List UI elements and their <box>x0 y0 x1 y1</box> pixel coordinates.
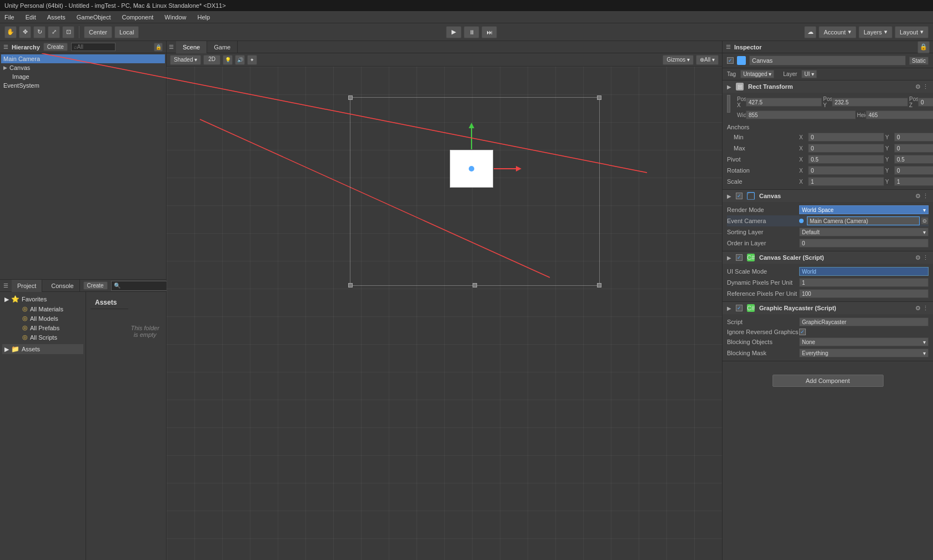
all-prefabs-item[interactable]: ◎ All Prefabs <box>13 323 83 332</box>
pos-x-input[interactable] <box>746 98 822 107</box>
render-mode-dropdown[interactable]: World Space ▾ <box>799 205 929 214</box>
graphic-raycaster-checkbox[interactable] <box>736 305 743 311</box>
canvas-scaler-menu-btn[interactable]: ⚙ ⋮ <box>915 254 929 261</box>
object-name-input[interactable] <box>749 56 906 65</box>
sorting-layer-dropdown[interactable]: Default ▾ <box>799 228 929 236</box>
scene-toolbar: Shaded ▾ 2D 💡 🔊 ✦ Gizmos ▾ ⊕All ▾ <box>167 53 722 67</box>
anchor-widget[interactable] <box>727 95 730 113</box>
canvas-comp-header[interactable]: ▶ ⬛ Canvas ⚙ ⋮ <box>723 190 933 202</box>
rect-transform-header[interactable]: ▶ ⊞ Rect Transform ⚙ ⋮ <box>723 80 933 93</box>
graphic-raycaster-header[interactable]: ▶ C# Graphic Raycaster (Script) ⚙ ⋮ <box>723 302 933 314</box>
event-camera-pick-btn[interactable]: ⊙ <box>921 217 929 225</box>
account-dropdown[interactable]: Account ▾ <box>819 26 856 38</box>
hierarchy-item-canvas[interactable]: ▶ Canvas <box>1 63 165 72</box>
rect-transform-menu-btn[interactable]: ⚙ ⋮ <box>915 83 929 90</box>
audio-btn[interactable]: 🔊 <box>235 55 245 65</box>
canvas-object <box>450 150 493 188</box>
hierarchy-item-main-camera[interactable]: Main Camera <box>1 54 165 63</box>
anchor-max-x[interactable] <box>808 144 884 153</box>
rot-x[interactable] <box>808 166 884 175</box>
order-in-layer-input[interactable] <box>799 239 929 248</box>
pivot-y[interactable] <box>894 155 933 164</box>
reference-pixels-input[interactable] <box>799 289 929 298</box>
blocking-mask-dropdown[interactable]: Everything ▾ <box>799 349 929 357</box>
hierarchy-create-btn[interactable]: Create <box>43 43 68 51</box>
menu-component[interactable]: Component <box>119 13 156 22</box>
blocking-objects-dropdown[interactable]: None ▾ <box>799 337 929 346</box>
canvas-scaler-header[interactable]: ▶ C# Canvas Scaler (Script) ⚙ ⋮ <box>723 251 933 264</box>
posz-label: Pos Z <box>909 96 917 108</box>
layout-dropdown[interactable]: Layout ▾ <box>895 26 929 38</box>
pivot-x[interactable] <box>808 155 884 164</box>
menu-edit[interactable]: Edit <box>23 13 38 22</box>
rt-top-row: Pos X Pos Y Pos Z <box>727 95 929 120</box>
lights-btn[interactable]: 💡 <box>223 55 233 65</box>
anchor-min-x[interactable] <box>808 133 884 142</box>
menu-file[interactable]: File <box>2 13 17 22</box>
pos-z-input[interactable] <box>918 98 933 107</box>
all-materials-item[interactable]: ◎ All Materials <box>13 304 83 314</box>
all-tag-dropdown[interactable]: ⊕All ▾ <box>696 55 719 65</box>
play-btn[interactable]: ▶ <box>446 26 462 38</box>
assets-folder[interactable]: ▶ 📁 Assets <box>2 344 83 354</box>
event-camera-label: Event Camera <box>727 218 799 224</box>
static-badge[interactable]: Static <box>909 57 929 65</box>
hierarchy-search[interactable] <box>71 43 116 51</box>
dynamic-pixels-input[interactable] <box>799 278 929 287</box>
all-models-item[interactable]: ◎ All Models <box>13 314 83 323</box>
gizmos-dropdown[interactable]: Gizmos ▾ <box>663 55 694 65</box>
tab-console[interactable]: Console <box>46 280 79 292</box>
inspector-lock-btn[interactable]: 🔒 <box>917 41 930 53</box>
menu-gameobject[interactable]: GameObject <box>74 13 113 22</box>
all-scripts-item[interactable]: ◎ All Scripts <box>13 332 83 342</box>
render-mode-label: Render Mode <box>727 206 799 213</box>
favorites-folder[interactable]: ▶ ⭐ Favorites <box>2 294 83 304</box>
scale-x[interactable] <box>808 177 884 186</box>
local-btn[interactable]: Local <box>114 26 139 38</box>
pause-btn[interactable]: ⏸ <box>464 26 479 38</box>
tag-select[interactable]: Untagged ▾ <box>740 70 774 78</box>
hierarchy-item-image[interactable]: Image <box>1 72 165 81</box>
step-btn[interactable]: ⏭ <box>481 26 497 38</box>
object-active-checkbox[interactable] <box>727 57 734 64</box>
layers-dropdown[interactable]: Layers ▾ <box>859 26 892 38</box>
hierarchy-lock-btn[interactable]: 🔒 <box>154 43 163 52</box>
menu-help[interactable]: Help <box>195 13 212 22</box>
width-input[interactable] <box>746 110 856 119</box>
scale-y[interactable] <box>894 177 933 186</box>
menu-assets[interactable]: Assets <box>45 13 68 22</box>
script-input[interactable] <box>799 317 929 326</box>
canvas-comp-menu-btn[interactable]: ⚙ ⋮ <box>915 193 929 200</box>
menu-window[interactable]: Window <box>162 13 188 22</box>
shaded-dropdown[interactable]: Shaded ▾ <box>170 55 201 65</box>
anchor-min-y[interactable] <box>894 133 933 142</box>
scene-view[interactable] <box>167 67 722 560</box>
tab-scene[interactable]: Scene <box>176 41 207 53</box>
pos-y-input[interactable] <box>832 98 908 107</box>
rot-y[interactable] <box>894 166 933 175</box>
hand-tool-btn[interactable]: ✋ <box>4 26 17 38</box>
rotate-tool-btn[interactable]: ↻ <box>33 26 46 38</box>
anchor-max-label: Max <box>727 145 799 152</box>
height-input[interactable] <box>866 110 933 119</box>
tab-game[interactable]: Game <box>207 41 238 53</box>
layer-select[interactable]: UI ▾ <box>801 70 817 78</box>
anchor-max-y[interactable] <box>894 144 933 153</box>
tab-project[interactable]: Project <box>12 280 42 292</box>
graphic-raycaster-menu-btn[interactable]: ⚙ ⋮ <box>915 305 929 312</box>
rect-transform-body: Pos X Pos Y Pos Z <box>723 93 933 189</box>
ignore-reversed-checkbox[interactable] <box>799 329 806 335</box>
project-create-btn[interactable]: Create <box>83 281 108 290</box>
move-tool-btn[interactable]: ✥ <box>19 26 31 38</box>
canvas-comp-checkbox[interactable] <box>736 193 743 199</box>
fx-btn[interactable]: ✦ <box>247 55 257 65</box>
cloud-btn[interactable]: ☁ <box>804 26 816 38</box>
canvas-scaler-checkbox[interactable] <box>736 254 743 261</box>
event-camera-input[interactable] <box>807 216 920 225</box>
2d-btn[interactable]: 2D <box>203 55 220 65</box>
center-btn[interactable]: Center <box>84 26 112 38</box>
add-component-btn[interactable]: Add Component <box>773 375 884 387</box>
rect-tool-btn[interactable]: ⊡ <box>62 26 74 38</box>
scale-tool-btn[interactable]: ⤢ <box>48 26 60 38</box>
hierarchy-item-eventsystem[interactable]: EventSystem <box>1 81 165 90</box>
